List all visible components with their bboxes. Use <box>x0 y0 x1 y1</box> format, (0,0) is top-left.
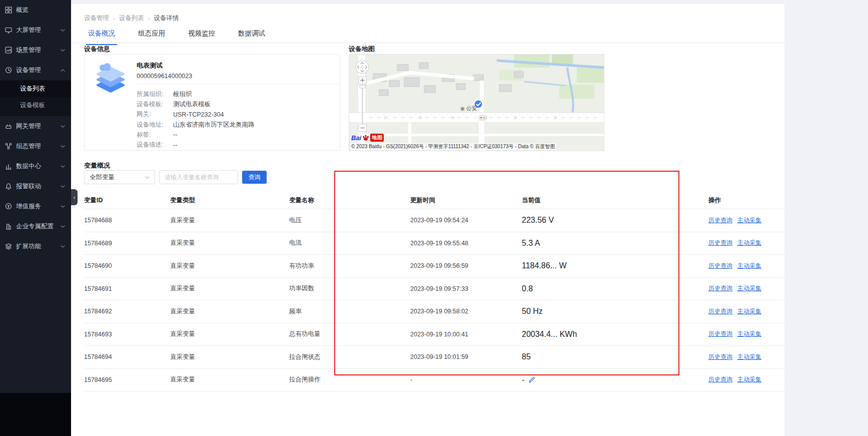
baidu-logo[interactable]: Bai 地图 <box>351 134 384 142</box>
field-device-template: 设备模板:测试电表模板 <box>137 99 255 109</box>
cell-variable-id: 15784688 <box>84 217 170 224</box>
table-row: 15784691 直采变量 功率因数 2023-09-19 09:57:33 0… <box>84 278 784 301</box>
cell-variable-type: 直采变量 <box>170 353 289 361</box>
chevron-down-icon <box>61 49 65 52</box>
history-query-link[interactable]: 历史查询 <box>708 375 732 384</box>
sidebar-item-label: 报警联动 <box>16 182 41 191</box>
history-query-link[interactable]: 历史查询 <box>708 284 732 293</box>
col-actions: 操作 <box>708 196 784 205</box>
history-query-link[interactable]: 历史查询 <box>708 216 732 225</box>
active-collect-link[interactable]: 主动采集 <box>737 284 761 293</box>
sidebar-item-label: 企业专属配置 <box>16 222 54 231</box>
cell-variable-id: 15784693 <box>84 331 170 338</box>
sidebar-item-label: 增值服务 <box>16 202 41 211</box>
cell-variable-name: 拉合闸状态 <box>289 353 410 361</box>
chevron-down-icon <box>61 225 65 228</box>
variable-filter-select[interactable]: 全部变量 <box>84 170 155 184</box>
cell-update-time: - <box>410 376 522 383</box>
table-row: 15784694 直采变量 拉合闸状态 2023-09-19 10:01:59 … <box>84 346 784 369</box>
overview-icon <box>5 7 12 14</box>
cell-update-time: 2023-09-19 09:55:48 <box>410 240 522 247</box>
device-type-icon <box>96 63 126 99</box>
edit-value-icon[interactable] <box>528 376 535 383</box>
cell-variable-name: 总有功电量 <box>289 330 410 338</box>
sidebar-item-alarm-linkage[interactable]: 报警联动 <box>0 176 71 196</box>
sidebar-item-enterprise-config[interactable]: 企业专属配置 <box>0 216 71 236</box>
active-collect-link[interactable]: 主动采集 <box>737 330 761 338</box>
history-query-link[interactable]: 历史查询 <box>708 262 732 270</box>
sidebar-item-label: 组态管理 <box>16 142 41 151</box>
cell-variable-name: 有功功率 <box>289 262 410 270</box>
col-variable-name: 变量名称 <box>289 196 410 205</box>
chevron-up-icon <box>61 69 65 72</box>
sidebar-item-gateway-management[interactable]: 网关管理 <box>0 116 71 136</box>
map-copyright: © 2023 Baidu - GS(2021)6026号 - 甲测资字11111… <box>350 143 556 150</box>
poi-label: 公安 <box>460 105 477 112</box>
cell-variable-name: 电流 <box>289 239 410 247</box>
breadcrumb-device-detail: 设备详情 <box>154 14 179 23</box>
history-query-link[interactable]: 历史查询 <box>708 239 732 247</box>
breadcrumb-device-management[interactable]: 设备管理 <box>84 14 109 23</box>
gateway-icon <box>5 123 12 130</box>
sidebar-item-value-added-services[interactable]: 增值服务 <box>0 196 71 216</box>
sidebar-item-scene-management[interactable]: 场景管理 <box>0 40 71 60</box>
active-collect-link[interactable]: 主动采集 <box>737 353 761 361</box>
active-collect-link[interactable]: 主动采集 <box>737 216 761 225</box>
variable-search-input[interactable] <box>159 170 238 184</box>
traffic-light-icon <box>479 116 487 120</box>
sidebar: 概览 大屏管理 场景管理 设备管理 设备列表 设备模板 网关管理 组态管理 数据… <box>0 0 71 436</box>
cell-current-value: 1184.86... W <box>522 261 708 270</box>
search-button[interactable]: 查询 <box>242 171 267 184</box>
device-map-section-title: 设备地图 <box>349 45 375 54</box>
table-row: 15784692 直采变量 频率 2023-09-19 09:58:02 50 … <box>84 300 784 323</box>
cell-variable-type: 直采变量 <box>170 284 289 293</box>
active-collect-link[interactable]: 主动采集 <box>737 262 761 270</box>
map-pan-control[interactable] <box>356 61 369 74</box>
active-collect-link[interactable]: 主动采集 <box>737 375 761 384</box>
active-collect-link[interactable]: 主动采集 <box>737 239 761 247</box>
sidebar-item-device-template[interactable]: 设备模板 <box>0 97 71 114</box>
col-current-value: 当前值 <box>522 196 708 205</box>
sidebar-collapse-handle[interactable]: ‹ <box>71 189 78 205</box>
col-variable-id: 变量ID <box>84 196 170 205</box>
sidebar-item-overview[interactable]: 概览 <box>0 0 71 20</box>
sidebar-item-device-management[interactable]: 设备管理 <box>0 60 71 80</box>
breadcrumb: 设备管理 › 设备列表 › 设备详情 <box>84 14 179 23</box>
chevron-down-icon <box>61 185 65 188</box>
cell-update-time: 2023-09-19 09:58:02 <box>410 308 522 315</box>
breadcrumb-device-list[interactable]: 设备列表 <box>119 14 144 23</box>
variables-table: 变量ID 变量类型 变量名称 更新时间 当前值 操作 15784688 直采变量… <box>84 192 784 391</box>
table-row: 15784693 直采变量 总有功电量 2023-09-19 10:00:41 … <box>84 323 784 346</box>
poi-dot-icon <box>460 107 465 111</box>
enterprise-building-icon <box>5 223 12 230</box>
chevron-down-icon <box>61 29 65 32</box>
device-info-section-title: 设备信息 <box>84 45 110 54</box>
sidebar-item-label: 概览 <box>16 6 29 15</box>
active-collect-link[interactable]: 主动采集 <box>737 307 761 316</box>
sidebar-item-screen-management[interactable]: 大屏管理 <box>0 20 71 40</box>
cell-current-value: - <box>522 375 708 384</box>
sidebar-item-configuration-management[interactable]: 组态管理 <box>0 136 71 156</box>
topology-icon <box>5 143 12 150</box>
col-variable-type: 变量类型 <box>170 196 289 205</box>
cell-update-time: 2023-09-19 09:57:33 <box>410 285 522 292</box>
field-device-description: 设备描述:-- <box>137 140 255 150</box>
chevron-down-icon <box>145 176 150 179</box>
device-management-submenu: 设备列表 设备模板 <box>0 80 71 116</box>
cell-current-value: 0.8 <box>522 284 708 293</box>
history-query-link[interactable]: 历史查询 <box>708 353 732 361</box>
sidebar-item-device-list[interactable]: 设备列表 <box>0 81 71 97</box>
field-organization: 所属组织:根组织 <box>137 89 255 99</box>
cell-current-value: 223.56 V <box>522 216 708 225</box>
cell-variable-id: 15784694 <box>84 353 170 360</box>
history-query-link[interactable]: 历史查询 <box>708 330 732 338</box>
device-map[interactable]: 公安 Bai 地图 © 2023 Baidu - GS(2021)6026号 -… <box>349 54 604 151</box>
device-info-card: 电表测试 0000059614000023 所属组织:根组织 设备模板:测试电表… <box>84 54 340 151</box>
table-row: 15784695 直采变量 拉合闸操作 - - 历史查询主动采集 <box>84 369 784 392</box>
sidebar-item-extended-functions[interactable]: 扩展功能 <box>0 236 71 256</box>
history-query-link[interactable]: 历史查询 <box>708 307 732 316</box>
sidebar-item-data-center[interactable]: 数据中心 <box>0 156 71 176</box>
cell-update-time: 2023-09-19 09:56:59 <box>410 262 522 269</box>
cell-variable-type: 直采变量 <box>170 216 289 225</box>
cell-current-value: 20034.4... KWh <box>522 330 708 339</box>
